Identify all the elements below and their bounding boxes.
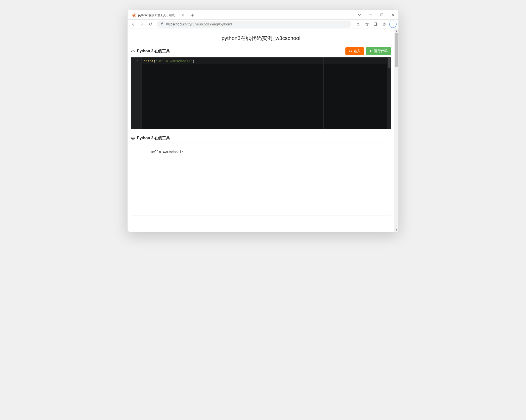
browser-toolbar: w3cschool.cn/tryrun/runcode?lang=python3 [128,20,398,29]
close-window-button[interactable] [387,10,398,20]
editor-bar: Python 3 在线工具 输入 运行代码 [131,47,391,55]
code-editor[interactable]: 1 print("Hello W3Cschool!") [131,57,391,129]
url-domain: w3cschool.cn [166,22,187,26]
close-tab-button[interactable] [181,13,185,17]
address-bar[interactable]: w3cschool.cn/tryrun/runcode?lang=python3 [157,20,352,28]
svg-point-8 [132,137,133,138]
output-bar: Python 3 在线工具 [131,136,391,141]
svg-rect-2 [381,14,383,16]
titlebar: python3在线开发工具，在线编辑 [128,10,398,20]
url-path: /tryrun/runcode?lang=python3 [187,22,232,26]
reload-button[interactable] [147,20,154,28]
code-brackets-icon [349,49,352,53]
eye-icon [131,136,135,140]
url-text: w3cschool.cn/tryrun/runcode?lang=python3 [166,22,348,26]
svg-point-7 [384,23,385,24]
output-box: Hello W3Cschool! [131,143,391,216]
forward-button[interactable] [138,20,145,28]
tab-search-button[interactable] [354,10,365,20]
window-controls [354,10,398,19]
code-area[interactable]: print("Hello W3Cschool!") [142,57,391,129]
play-icon [369,49,373,53]
page: python3在线代码实例_w3cschool Python 3 在线工具 输入… [128,29,394,232]
browser-window: python3在线开发工具，在线编辑 [127,10,399,232]
input-button-label: 输入 [354,49,360,53]
browser-tab[interactable]: python3在线开发工具，在线编辑 [130,11,188,19]
run-button[interactable]: 运行代码 [366,47,391,55]
line-number: 1 [131,58,139,64]
favicon-icon [132,13,136,17]
editor-wrap: 1 print("Hello W3Cschool!") [131,57,391,129]
chrome-menu-button[interactable] [389,20,396,28]
content-area: python3在线代码实例_w3cschool Python 3 在线工具 输入… [128,29,398,232]
output-header-text: Python 3 在线工具 [137,136,170,141]
lock-icon [161,22,164,26]
scrollbar-thumb[interactable] [395,33,398,67]
page-title: python3在线代码实例_w3cschool [131,35,391,42]
scroll-up-button[interactable]: ▲ [394,29,398,33]
editor-actions: 输入 运行代码 [345,47,391,55]
run-button-label: 运行代码 [374,49,388,53]
new-tab-button[interactable] [189,12,196,19]
line-gutter: 1 [131,57,142,129]
editor-ruler [323,57,324,129]
tab-title: python3在线开发工具，在线编辑 [138,13,179,18]
svg-marker-1 [133,14,135,16]
editor-scrollbar[interactable] [387,57,391,129]
editor-header-text: Python 3 在线工具 [137,49,170,54]
output-text: Hello W3Cschool! [151,150,183,154]
scroll-down-button[interactable]: ▼ [394,228,398,232]
page-scrollbar[interactable]: ▲ ▼ [394,29,398,232]
svg-rect-3 [162,23,163,25]
side-panel-button[interactable] [372,20,379,28]
minimize-button[interactable] [365,10,376,20]
tab-strip: python3在线开发工具，在线编辑 [128,10,354,19]
bookmark-button[interactable] [363,20,370,28]
input-button[interactable]: 输入 [345,47,364,55]
svg-rect-5 [376,23,377,25]
code-line-1: print("Hello W3Cschool!") [143,58,389,64]
maximize-button[interactable] [376,10,387,20]
editor-header: Python 3 在线工具 [131,49,170,54]
output-header: Python 3 在线工具 [131,136,170,141]
share-button[interactable] [354,20,362,28]
back-button[interactable] [130,20,137,28]
code-icon [131,49,135,53]
profile-button[interactable] [381,20,388,28]
